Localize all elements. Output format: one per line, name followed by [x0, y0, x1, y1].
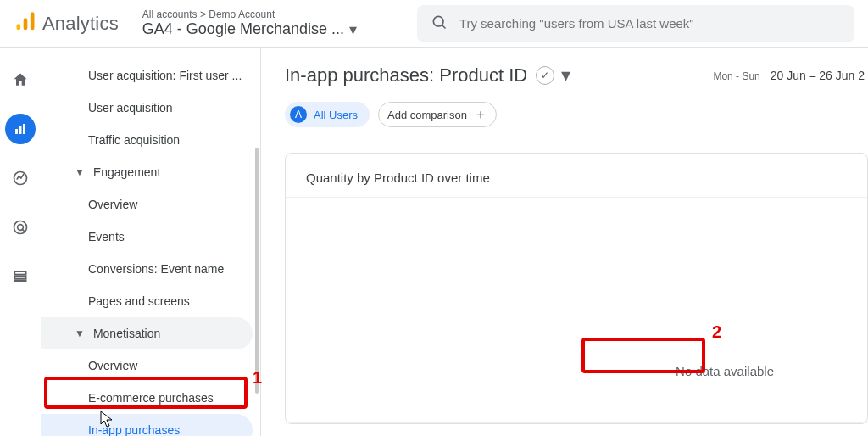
chart-card: Quantity by Product ID over time No data…: [285, 153, 868, 424]
date-range-value: 20 Jun – 26 Jun 2: [771, 69, 865, 82]
product-logo: Analytics: [14, 10, 119, 36]
nav-user-acq[interactable]: User acquisition: [41, 92, 253, 124]
svg-rect-2: [31, 12, 35, 30]
account-breadcrumb: All accounts > Demo Account: [142, 8, 397, 20]
svg-rect-1: [24, 18, 28, 30]
chart-area: No data available: [286, 203, 867, 423]
rail-configure-icon[interactable]: [5, 261, 36, 292]
nav-overview-2[interactable]: Overview: [41, 349, 253, 382]
svg-rect-11: [14, 271, 25, 274]
date-range-label: Mon - Sun: [713, 70, 760, 82]
svg-rect-0: [17, 24, 21, 30]
property-name: GA4 - Google Merchandise ...: [142, 20, 344, 38]
svg-point-3: [433, 16, 443, 26]
nav-pages-screens[interactable]: Pages and screens: [41, 285, 253, 317]
analytics-logo-icon: [14, 10, 37, 36]
nav-section-monetisation[interactable]: ▼ Monetisation: [41, 317, 253, 349]
svg-line-4: [442, 25, 446, 29]
chip-all-users-label: All Users: [314, 109, 358, 121]
nav-section-monetisation-label: Monetisation: [93, 327, 160, 340]
date-range-picker[interactable]: Mon - Sun 20 Jun – 26 Jun 2: [713, 69, 865, 82]
chip-badge: A: [290, 106, 307, 123]
plus-icon: ＋: [474, 106, 487, 124]
svg-rect-7: [23, 124, 25, 134]
svg-rect-6: [19, 126, 22, 134]
account-switcher[interactable]: All accounts > Demo Account GA4 - Google…: [142, 8, 397, 39]
nav-user-acq-first[interactable]: User acquisition: First user ...: [41, 59, 253, 92]
main-content: In-app purchases: Product ID ✓ ▾ Mon - S…: [261, 48, 868, 436]
chevron-down-icon: ▼: [75, 327, 85, 339]
report-nav: User acquisition: First user ... User ac…: [41, 48, 261, 436]
svg-rect-13: [14, 280, 25, 282]
nav-overview-1[interactable]: Overview: [41, 188, 253, 221]
rail-advertising-icon[interactable]: [5, 212, 36, 243]
page-title-text: In-app purchases: Product ID: [285, 64, 527, 87]
left-icon-rail: [0, 48, 41, 436]
nav-section-engagement-label: Engagement: [93, 165, 160, 179]
nav-conversions[interactable]: Conversions: Event name: [41, 253, 253, 285]
nav-traffic-acq[interactable]: Traffic acquisition: [41, 124, 253, 156]
chip-add-comparison[interactable]: Add comparison ＋: [378, 102, 497, 127]
search-icon: [431, 14, 448, 33]
nav-in-app-purchases[interactable]: In-app purchases: [41, 414, 253, 436]
svg-rect-12: [14, 276, 25, 278]
verified-icon[interactable]: ✓: [536, 66, 554, 85]
svg-rect-5: [15, 129, 18, 134]
chevron-down-icon[interactable]: ▾: [561, 64, 570, 87]
page-title: In-app purchases: Product ID ✓ ▾: [285, 64, 570, 87]
comparison-chips: A All Users Add comparison ＋: [285, 102, 868, 127]
nav-scrollbar[interactable]: [255, 148, 259, 394]
nav-ecommerce[interactable]: E-commerce purchases: [41, 382, 253, 414]
chip-all-users[interactable]: A All Users: [285, 102, 370, 127]
chart-card-title: Quantity by Product ID over time: [286, 154, 867, 198]
nav-section-engagement[interactable]: ▼ Engagement: [41, 156, 253, 188]
product-name: Analytics: [42, 13, 119, 35]
rail-home-icon[interactable]: [5, 64, 36, 95]
chevron-down-icon: ▾: [349, 20, 357, 39]
rail-explore-icon[interactable]: [5, 163, 36, 193]
chip-add-comparison-label: Add comparison: [387, 109, 467, 121]
search-input[interactable]: [459, 16, 841, 31]
search-box[interactable]: [417, 5, 854, 42]
app-header: Analytics All accounts > Demo Account GA…: [0, 0, 868, 48]
rail-reports-icon[interactable]: [5, 114, 36, 144]
nav-events[interactable]: Events: [41, 221, 253, 253]
no-data-message: No data available: [676, 364, 774, 378]
chevron-down-icon: ▼: [75, 166, 85, 178]
